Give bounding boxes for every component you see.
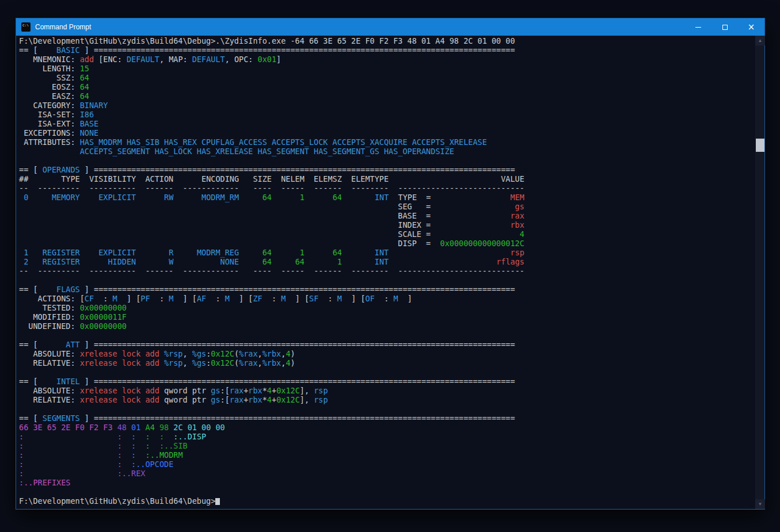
- terminal-text: [239, 193, 262, 202]
- terminal-text: BASE =: [398, 211, 431, 220]
- terminal-text: :: [146, 432, 150, 441]
- terminal-text: 64: [262, 248, 272, 257]
- terminal-line: [19, 156, 755, 165]
- terminal-text: :: [117, 441, 122, 450]
- terminal-text: MODRM_REG: [197, 248, 239, 257]
- terminal-text: :: [318, 294, 337, 303]
- terminal-text: ========================================…: [94, 414, 515, 423]
- terminal-line: ## TYPE VISIBILITY ACTION ENCODING SIZE …: [19, 174, 755, 183]
- terminal-text: rbx: [248, 386, 262, 395]
- terminal-text: [431, 220, 510, 229]
- terminal-text: RW: [164, 193, 173, 202]
- terminal-text: 0x01: [258, 55, 277, 64]
- terminal-text: [19, 229, 398, 239]
- terminal-text: [272, 193, 300, 202]
- terminal-text: [159, 349, 164, 358]
- terminal-text: [24, 441, 117, 450]
- terminal-text: ): [291, 349, 295, 358]
- terminal-text: EASZ:: [19, 91, 80, 101]
- terminal-line: ACTIONS: [CF : M ] [PF : M ] [AF : M ] […: [19, 294, 755, 303]
- maximize-button[interactable]: [711, 18, 738, 36]
- terminal-text: xrelease lock add: [80, 358, 159, 368]
- terminal-text: 2: [19, 257, 28, 266]
- terminal-text: --: [19, 183, 38, 193]
- titlebar[interactable]: C:\ Command Prompt ×: [16, 18, 764, 36]
- terminal-text: 64: [262, 257, 272, 266]
- terminal-text: --: [19, 266, 38, 275]
- terminal-text: [173, 257, 220, 266]
- terminal-text: [136, 266, 145, 275]
- terminal-text: 0x12C: [276, 395, 300, 404]
- terminal-text: ----: [253, 183, 272, 193]
- terminal-text: VALUE: [501, 174, 524, 183]
- terminal-text: [173, 266, 182, 275]
- terminal-text: ----------: [89, 266, 136, 275]
- terminal-text: add: [80, 55, 94, 64]
- terminal-text: qword ptr: [159, 386, 211, 395]
- terminal-text: ------------: [183, 183, 239, 193]
- terminal-line: MODIFIED: 0x0000011F: [19, 312, 755, 322]
- terminal-line: RELATIVE: xrelease lock add %rsp, %gs:0x…: [19, 358, 755, 368]
- terminal-text: 64: [80, 73, 89, 82]
- terminal-text: :: [19, 460, 24, 469]
- terminal-text: xrelease lock add: [80, 395, 159, 404]
- terminal-line: -- --------- ---------- ------ ---------…: [19, 183, 755, 193]
- terminal-text: %rbx: [262, 349, 281, 358]
- terminal-text: [24, 460, 117, 469]
- scroll-up-icon[interactable]: ▲: [755, 36, 765, 45]
- terminal-text: 0x0000011F: [80, 312, 127, 322]
- terminal-line: : : : : : :..DISP: [19, 432, 755, 441]
- terminal-text: [431, 202, 515, 211]
- scrollbar[interactable]: ▲ ▼: [755, 36, 764, 509]
- terminal-text: [173, 183, 182, 193]
- terminal-text: ----: [253, 266, 272, 275]
- terminal-text: ]: [80, 45, 94, 55]
- terminal-text: [28, 257, 42, 266]
- terminal-text: OPERANDS: [43, 165, 80, 174]
- terminal-line: 66 3E 65 2E F0 F2 F3 48 01 A4 98 2C 01 0…: [19, 423, 755, 432]
- terminal-text: [113, 423, 117, 432]
- terminal-text: == [: [19, 285, 38, 294]
- terminal-line: BASE = rax: [19, 211, 755, 220]
- terminal-text: EOSZ:: [19, 82, 80, 91]
- terminal-text: , MAP:: [159, 55, 192, 64]
- terminal-text: MEM: [511, 193, 524, 202]
- scroll-down-icon[interactable]: ▼: [755, 499, 765, 509]
- terminal-text: 64: [80, 91, 89, 101]
- terminal-text: ,: [258, 358, 262, 368]
- terminal-text: [342, 266, 351, 275]
- terminal-text: rsp: [314, 386, 328, 395]
- terminal-text: [19, 220, 398, 229]
- terminal-text: ,: [183, 358, 192, 368]
- terminal-text: [28, 193, 52, 202]
- terminal-text: CATEGORY:: [19, 101, 80, 110]
- terminal-text: ========================================…: [94, 340, 515, 349]
- terminal-text: [305, 266, 314, 275]
- terminal-text: 1: [300, 193, 305, 202]
- close-button[interactable]: ×: [738, 18, 764, 36]
- terminal-text: :: [19, 441, 24, 450]
- terminal-text: [305, 257, 337, 266]
- terminal-text: NONE: [220, 257, 239, 266]
- terminal-text: :: [19, 450, 24, 460]
- terminal-text: ========================================…: [94, 45, 515, 55]
- terminal-text: [140, 423, 145, 432]
- terminal-text: ]: [398, 294, 412, 303]
- terminal-text: :: [206, 294, 225, 303]
- terminal-text: [24, 432, 117, 441]
- terminal-text: INT: [375, 193, 389, 202]
- minimize-button[interactable]: [685, 18, 711, 36]
- terminal-text: 98: [159, 423, 169, 432]
- terminal-text: [342, 248, 375, 257]
- terminal-output[interactable]: F:\Development\GitHub\zydis\Build64\Debu…: [16, 36, 755, 509]
- terminal-line: [19, 404, 755, 414]
- scrollbar-thumb[interactable]: [756, 139, 764, 152]
- terminal-text: gs: [211, 395, 220, 404]
- terminal-line: : : : : :..SIB: [19, 441, 755, 450]
- terminal-text: [80, 257, 108, 266]
- terminal-text: *: [262, 386, 267, 395]
- terminal-text: [80, 193, 99, 202]
- terminal-line: SEG = gs: [19, 202, 755, 211]
- terminal-text: [342, 193, 375, 202]
- terminal-text: [342, 257, 375, 266]
